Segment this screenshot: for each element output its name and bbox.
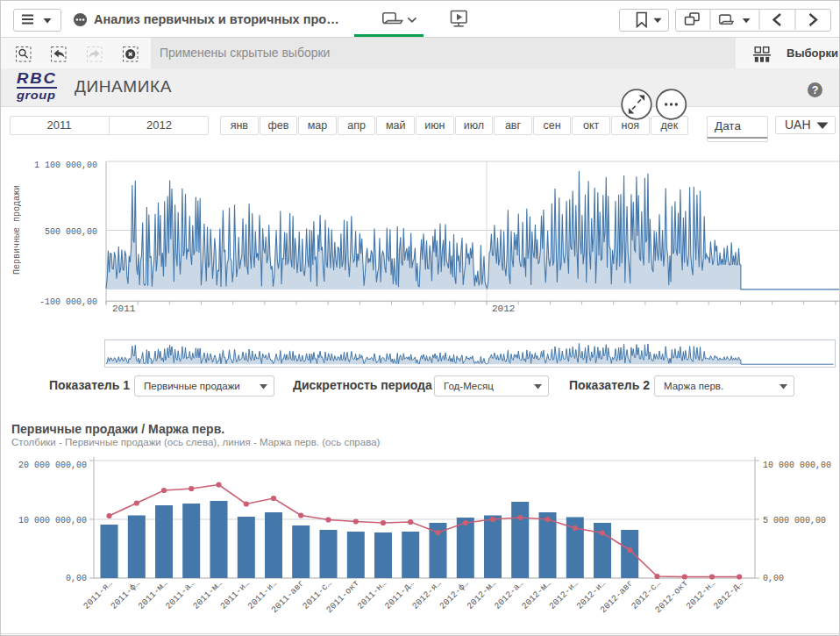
svg-text:2012-д…: 2012-д… [712, 578, 744, 611]
svg-text:2012-ф…: 2012-ф… [438, 578, 471, 611]
svg-text:2012-а…: 2012-а… [493, 578, 525, 611]
svg-text:2011-м…: 2011-м… [137, 578, 169, 611]
svg-text:2011-н…: 2011-н… [356, 578, 388, 611]
svg-text:10 000 000,00: 10 000 000,00 [18, 516, 87, 525]
svg-text:10 000 000,00: 10 000 000,00 [763, 461, 831, 470]
svg-text:0,00: 0,00 [763, 574, 784, 583]
svg-text:2012-м…: 2012-м… [520, 578, 552, 611]
svg-text:2012-м…: 2012-м… [466, 578, 498, 611]
svg-text:2012-я…: 2012-я… [410, 578, 443, 611]
svg-text:2011-д…: 2011-д… [383, 578, 416, 611]
svg-text:2011-а…: 2011-а… [164, 578, 196, 611]
svg-text:2011-ф…: 2011-ф… [109, 578, 142, 611]
svg-text:2012-н…: 2012-н… [685, 578, 717, 611]
svg-text:20 000 000,00: 20 000 000,00 [18, 461, 87, 470]
svg-text:2011-и…: 2011-и… [218, 578, 251, 611]
svg-text:5 000 000,00: 5 000 000,00 [763, 516, 826, 525]
svg-text:0,00: 0,00 [66, 574, 87, 583]
svg-text:2011-м…: 2011-м… [191, 578, 224, 611]
svg-text:2012-и…: 2012-и… [547, 578, 580, 611]
